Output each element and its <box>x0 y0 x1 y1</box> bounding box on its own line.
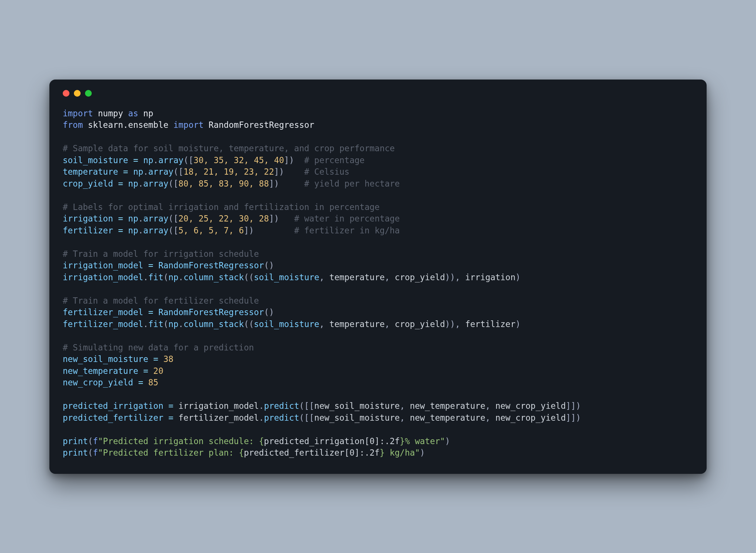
arg-new-tp: new_temperature <box>410 413 485 423</box>
class-rfr: RandomForestRegressor <box>209 120 314 130</box>
comment-sample-data: # Sample data for soil moisture, tempera… <box>63 143 395 153</box>
module-sklearn: sklearn.ensemble <box>88 120 169 130</box>
obj-irr-model: irrigation_model <box>179 401 259 411</box>
arg-sm: soil_moisture <box>254 272 319 282</box>
op-assign: = <box>128 155 143 165</box>
vals-temp: 18, 21, 19, 23, 22 <box>183 167 274 177</box>
fn-colstack: column_stack <box>183 319 244 329</box>
arg-y-fert: fertilizer <box>465 319 515 329</box>
comment-water: # water in percentage <box>294 214 400 223</box>
op-assign: = <box>148 354 163 364</box>
var-crop-yield: crop_yield <box>63 179 113 188</box>
obj-fert-model: fertilizer_model <box>63 319 143 329</box>
comment-yield: # yield per hectare <box>304 179 400 188</box>
fn-print: print <box>63 436 88 446</box>
var-new-tp: new_temperature <box>63 366 138 376</box>
var-irrigation: irrigation <box>63 214 113 223</box>
class-rfr-call: RandomForestRegressor <box>158 307 264 317</box>
var-pred-irr: predicted_irrigation <box>63 401 163 411</box>
comment-celsius: # Celsius <box>304 167 349 177</box>
obj-fert-model: fertilizer_model <box>179 413 259 423</box>
keyword-from: from <box>63 120 83 130</box>
op-assign: = <box>113 214 128 223</box>
fn-fit: fit <box>148 319 163 329</box>
fn-predict: predict <box>264 413 299 423</box>
np-ref: np <box>143 155 153 165</box>
np-ref: np <box>168 319 178 329</box>
str-part: % water" <box>405 436 445 446</box>
code-block: import numpy as np from sklearn.ensemble… <box>63 108 693 459</box>
code-window: import numpy as np from sklearn.ensemble… <box>49 80 707 474</box>
np-ref: np <box>128 214 138 223</box>
var-pred-fert: predicted_fertilizer <box>63 413 163 423</box>
op-assign: = <box>133 378 149 387</box>
window-titlebar <box>63 90 693 97</box>
arg-sm: soil_moisture <box>254 319 319 329</box>
fn-array: array <box>143 179 169 188</box>
comment-fert: # fertilizer in kg/ha <box>294 226 400 235</box>
arg-tp: temperature <box>329 319 385 329</box>
var-soil-moisture: soil_moisture <box>63 155 128 165</box>
minimize-icon[interactable] <box>74 90 81 97</box>
comment-sim: # Simulating new data for a prediction <box>63 343 254 352</box>
vals-yield: 80, 85, 83, 90, 88 <box>179 179 269 188</box>
num-38: 38 <box>163 354 173 364</box>
arg-new-tp: new_temperature <box>410 401 485 411</box>
op-assign: = <box>138 366 153 376</box>
comment-labels: # Labels for optimal irrigation and fert… <box>63 202 379 212</box>
np-ref: np <box>128 226 138 235</box>
var-temperature: temperature <box>63 167 118 177</box>
comment-train-fert: # Train a model for fertilizer schedule <box>63 296 259 305</box>
module-numpy: numpy <box>98 109 123 118</box>
arg-cy: crop_yield <box>395 272 445 282</box>
fstr-expr: predicted_fertilizer[0]:.2f <box>244 448 380 457</box>
arg-cy: crop_yield <box>395 319 445 329</box>
keyword-import: import <box>63 109 93 118</box>
op-assign: = <box>143 307 159 317</box>
obj-irr-model: irrigation_model <box>63 272 143 282</box>
fn-fit: fit <box>148 272 163 282</box>
np-ref: np <box>168 272 178 282</box>
alias-np: np <box>143 109 153 118</box>
op-assign: = <box>113 226 128 235</box>
fn-array: array <box>148 167 173 177</box>
arg-new-cy: new_crop_yield <box>495 401 566 411</box>
vals-irr: 20, 25, 22, 30, 28 <box>179 214 269 223</box>
arg-new-sm: new_soil_moisture <box>314 413 400 423</box>
fn-print: print <box>63 448 88 457</box>
op-assign: = <box>163 401 179 411</box>
arg-tp: temperature <box>329 272 385 282</box>
num-85: 85 <box>148 378 158 387</box>
zoom-icon[interactable] <box>85 90 92 97</box>
fn-array: array <box>143 214 169 223</box>
op-assign: = <box>113 179 128 188</box>
op-assign: = <box>118 167 133 177</box>
fn-array: array <box>158 155 183 165</box>
var-irr-model: irrigation_model <box>63 261 143 270</box>
vals-soil: 30, 35, 32, 45, 40 <box>193 155 284 165</box>
keyword-as: as <box>128 109 138 118</box>
close-icon[interactable] <box>63 90 69 97</box>
comment-pct: # percentage <box>304 155 365 165</box>
fstring-prefix: f <box>93 448 98 457</box>
class-rfr-call: RandomForestRegressor <box>158 261 264 270</box>
str-part: kg/ha" <box>385 448 420 457</box>
arg-new-sm: new_soil_moisture <box>314 401 400 411</box>
var-fert-model: fertilizer_model <box>63 307 143 317</box>
fn-array: array <box>143 226 169 235</box>
np-ref: np <box>128 179 138 188</box>
vals-fert: 5, 6, 5, 7, 6 <box>179 226 244 235</box>
fstr-expr: predicted_irrigation[0]:.2f <box>264 436 400 446</box>
str-part: "Predicted irrigation schedule: <box>98 436 259 446</box>
var-fertilizer: fertilizer <box>63 226 113 235</box>
num-20: 20 <box>153 366 163 376</box>
var-new-sm: new_soil_moisture <box>63 354 148 364</box>
comment-train-irr: # Train a model for irrigation schedule <box>63 249 259 259</box>
np-ref: np <box>133 167 143 177</box>
fn-colstack: column_stack <box>183 272 244 282</box>
op-assign: = <box>143 261 159 270</box>
arg-y-irr: irrigation <box>465 272 515 282</box>
arg-new-cy: new_crop_yield <box>495 413 566 423</box>
str-part: "Predicted fertilizer plan: <box>98 448 239 457</box>
fn-predict: predict <box>264 401 299 411</box>
